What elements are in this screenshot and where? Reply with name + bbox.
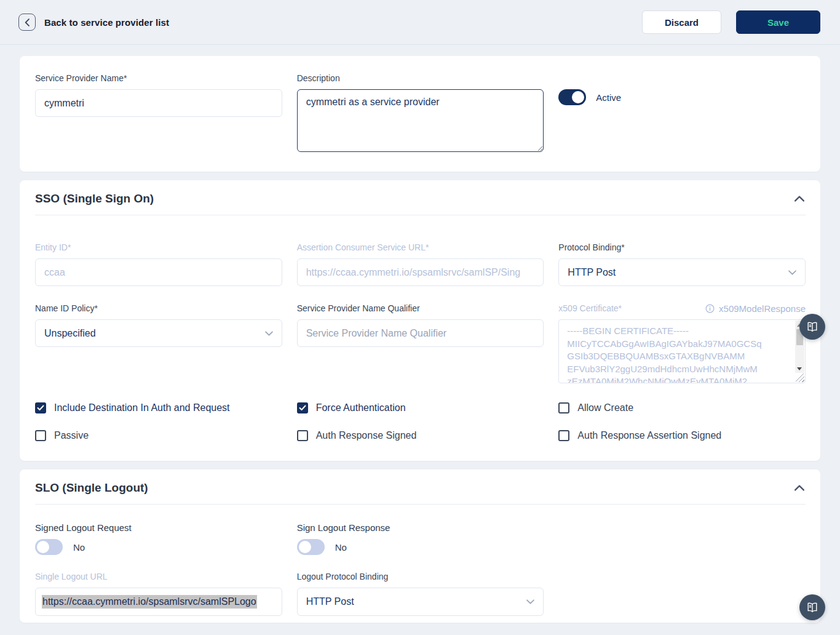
x509-certificate-field-group: x509 Certificate* x509ModelResponse ----…	[558, 303, 806, 383]
page-title: Back to service provider list	[44, 17, 169, 28]
acs-url-input[interactable]	[297, 258, 544, 286]
description-label: Description	[297, 73, 544, 84]
general-info-card: Service Provider Name* Description cymme…	[20, 56, 820, 172]
chevron-left-icon	[25, 18, 30, 26]
info-icon[interactable]	[705, 304, 715, 313]
slo-card: SLO (Single Logout) Signed Logout Reques…	[20, 469, 820, 623]
textarea-resize-grip[interactable]	[796, 373, 804, 382]
slo-section-title: SLO (Single Logout)	[35, 481, 148, 495]
single-logout-url-value: https://ccaa.cymmetri.io/spsamlsrvc/saml…	[42, 595, 257, 609]
checkbox-passive[interactable]: Passive	[35, 429, 282, 442]
sso-section-title: SSO (Single Sign On)	[35, 191, 154, 206]
chevron-up-icon	[794, 196, 804, 202]
name-id-policy-select[interactable]: Unspecified	[35, 319, 282, 347]
acs-url-field-group: Assertion Consumer Service URL*	[297, 242, 544, 286]
toggle-knob	[37, 541, 49, 553]
service-provider-name-input[interactable]	[35, 89, 282, 117]
sso-collapse-button[interactable]	[793, 194, 806, 203]
documentation-fab-mid[interactable]	[799, 314, 825, 340]
sp-name-qualifier-label: Service Provider Name Qualifier	[297, 303, 544, 314]
x509-model-response-link[interactable]: x509ModelResponse	[719, 303, 806, 314]
protocol-binding-select[interactable]: HTTP Post	[558, 258, 806, 286]
chevron-down-icon	[265, 331, 273, 336]
description-field-group: Description cymmetri as a service provid…	[297, 73, 544, 154]
sign-logout-response-label: Sign Logout Response	[297, 522, 544, 533]
discard-button[interactable]: Discard	[642, 10, 721, 34]
chevron-down-icon	[526, 599, 534, 604]
top-bar: Back to service provider list Discard Sa…	[0, 0, 840, 45]
scroll-down-arrow[interactable]	[795, 364, 804, 373]
sign-logout-response-group: Sign Logout Response No	[297, 522, 544, 555]
checkbox-include-destination[interactable]: Include Destination In Auth and Request	[35, 402, 282, 414]
x509-certificate-label: x509 Certificate*	[558, 303, 622, 314]
checkbox-icon	[35, 430, 46, 441]
section-divider	[35, 215, 806, 215]
sso-card: SSO (Single Sign On) Entity ID* Assertio…	[20, 180, 820, 461]
back-button[interactable]	[18, 14, 36, 31]
protocol-binding-field-group: Protocol Binding* HTTP Post	[558, 242, 806, 286]
checkbox-force-authentication[interactable]: Force Authentication	[297, 402, 544, 414]
checkbox-icon	[297, 430, 308, 441]
logout-protocol-binding-label: Logout Protocol Binding	[297, 572, 544, 582]
active-toggle[interactable]	[558, 89, 586, 105]
checkbox-auth-response-assertion-signed[interactable]: Auth Response Assertion Signed	[558, 429, 806, 442]
acs-url-label: Assertion Consumer Service URL*	[297, 242, 544, 253]
description-textarea[interactable]: cymmetri as a service provider	[297, 89, 544, 152]
single-logout-url-input[interactable]: https://ccaa.cymmetri.io/spsamlsrvc/saml…	[35, 588, 282, 616]
logout-protocol-binding-value: HTTP Post	[306, 596, 354, 607]
signed-logout-request-toggle[interactable]	[35, 539, 63, 555]
save-button[interactable]: Save	[736, 10, 820, 34]
toggle-knob	[299, 541, 311, 553]
service-provider-edit-page: Back to service provider list Discard Sa…	[0, 0, 840, 635]
active-toggle-group: Active	[558, 73, 806, 154]
single-logout-url-label: Single Logout URL	[35, 572, 282, 582]
slo-collapse-button[interactable]	[793, 484, 806, 492]
entity-id-field-group: Entity ID*	[35, 242, 282, 286]
signed-logout-request-label: Signed Logout Request	[35, 522, 282, 533]
protocol-binding-value: HTTP Post	[568, 267, 616, 278]
section-divider	[35, 504, 806, 505]
sign-logout-response-state: No	[335, 542, 347, 553]
documentation-fab-bottom[interactable]	[799, 594, 825, 620]
checkbox-icon	[35, 402, 46, 413]
protocol-binding-label: Protocol Binding*	[558, 242, 806, 253]
toggle-knob	[572, 91, 584, 103]
top-bar-actions: Discard Save	[642, 10, 820, 34]
logout-protocol-binding-field-group: Logout Protocol Binding HTTP Post	[297, 572, 544, 616]
entity-id-input[interactable]	[35, 258, 282, 286]
sp-name-qualifier-field-group: Service Provider Name Qualifier	[297, 303, 544, 383]
service-provider-name-label: Service Provider Name*	[35, 73, 282, 84]
entity-id-label: Entity ID*	[35, 242, 282, 253]
checkbox-auth-response-signed[interactable]: Auth Response Signed	[297, 429, 544, 442]
sign-logout-response-toggle[interactable]	[297, 539, 325, 555]
checkbox-icon	[297, 402, 308, 413]
name-id-policy-field-group: Name ID Policy* Unspecified	[35, 303, 282, 383]
x509-certificate-text: -----BEGIN CERTIFICATE----- MIICyTCCAbGg…	[567, 325, 790, 383]
logout-protocol-binding-select[interactable]: HTTP Post	[297, 588, 544, 616]
chevron-down-icon	[788, 270, 796, 275]
active-toggle-label: Active	[596, 92, 621, 103]
signed-logout-request-group: Signed Logout Request No	[35, 522, 282, 555]
service-provider-name-field-group: Service Provider Name*	[35, 73, 282, 154]
x509-certificate-textarea[interactable]: -----BEGIN CERTIFICATE----- MIICyTCCAbGg…	[558, 319, 806, 383]
checkbox-icon	[558, 402, 569, 413]
single-logout-url-field-group: Single Logout URL https://ccaa.cymmetri.…	[35, 572, 282, 616]
checkbox-icon	[558, 430, 569, 441]
open-book-icon	[806, 320, 819, 333]
checkbox-allow-create[interactable]: Allow Create	[558, 402, 806, 414]
sp-name-qualifier-input[interactable]	[297, 319, 544, 347]
chevron-up-icon	[794, 485, 804, 491]
open-book-icon	[806, 601, 819, 614]
top-bar-left: Back to service provider list	[18, 14, 169, 31]
signed-logout-request-state: No	[73, 542, 85, 553]
name-id-policy-value: Unspecified	[44, 328, 96, 339]
name-id-policy-label: Name ID Policy*	[35, 303, 282, 314]
